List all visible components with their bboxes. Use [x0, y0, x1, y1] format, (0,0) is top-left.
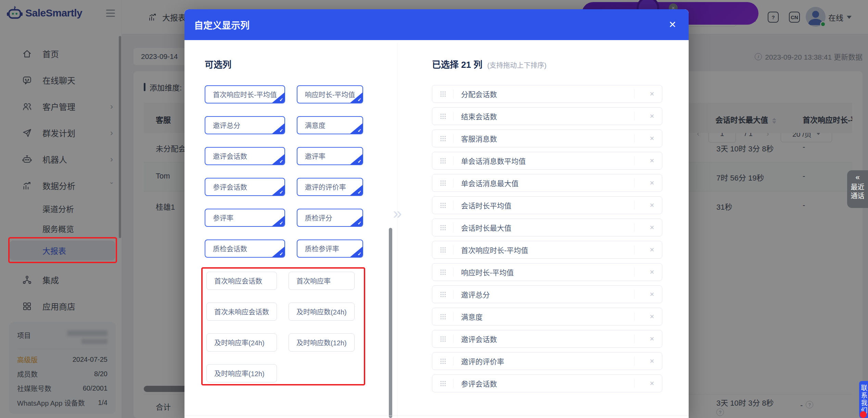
selected-column-row: 满意度 ✕ — [432, 308, 662, 325]
selected-columns-hint: (支持拖动上下排序) — [487, 60, 546, 70]
selected-column-row: 首次响应时长-平均值 ✕ — [432, 241, 662, 259]
divider — [453, 179, 454, 187]
check-icon: ✓ — [358, 97, 362, 102]
column-option-unchecked[interactable]: 首次响应率 — [289, 272, 355, 290]
drag-handle-icon[interactable] — [441, 270, 446, 275]
divider — [453, 357, 454, 366]
customize-columns-modal: 自定义显示列 ✕ 可选列 首次响应时长-平均值 ✓ 响应时长-平均值 ✓ — [184, 9, 689, 418]
selected-columns-list: 分配会话数 ✕ 结束会话数 ✕ — [432, 85, 662, 397]
remove-column-icon[interactable]: ✕ — [642, 291, 662, 298]
modal-title: 自定义显示列 — [194, 18, 250, 32]
drag-handle-icon[interactable] — [441, 225, 446, 230]
selected-column-row: 分配会话数 ✕ — [432, 85, 662, 103]
drag-handle-icon[interactable] — [441, 336, 446, 342]
column-option-unchecked[interactable]: 首次响应会话数 — [206, 272, 277, 290]
remove-column-icon[interactable]: ✕ — [642, 202, 662, 209]
column-option-checked[interactable]: 参评率 ✓ — [205, 209, 285, 227]
selected-column-row: 邀评会话数 ✕ — [432, 330, 662, 348]
remove-column-icon[interactable]: ✕ — [642, 157, 662, 164]
drag-handle-icon[interactable] — [441, 181, 446, 186]
divider — [634, 245, 635, 254]
selected-column-label: 客服消息数 — [461, 133, 627, 144]
column-option-checked[interactable]: 邀评会话数 ✓ — [205, 147, 285, 165]
selected-column-label: 会话时长平均值 — [461, 200, 627, 210]
remove-column-icon[interactable]: ✕ — [642, 269, 662, 276]
divider — [634, 312, 635, 321]
recent-calls-tab[interactable]: « 最近通话 — [847, 170, 868, 208]
selected-column-label: 首次响应时长-平均值 — [461, 245, 627, 255]
drag-handle-icon[interactable] — [441, 381, 446, 386]
available-columns-header: 可选列 — [205, 58, 231, 70]
drag-handle-icon[interactable] — [441, 158, 446, 163]
remove-column-icon[interactable]: ✕ — [642, 224, 662, 231]
column-option-unchecked[interactable]: 及时响应数(12h) — [289, 333, 355, 352]
column-option-unchecked[interactable]: 及时响应率(12h) — [206, 364, 277, 382]
divider — [634, 334, 635, 343]
divider — [634, 179, 635, 187]
check-icon: ✓ — [358, 220, 362, 226]
column-option-unchecked[interactable]: 及时响应率(24h) — [206, 333, 277, 352]
collapse-panel-icon[interactable]: » — [388, 204, 407, 222]
left-panel-scrollbar[interactable] — [389, 228, 392, 418]
divider — [453, 223, 454, 232]
drag-handle-icon[interactable] — [441, 203, 446, 208]
column-option-checked[interactable]: 参评会话数 ✓ — [205, 178, 285, 196]
selected-column-label: 参评会话数 — [461, 378, 627, 389]
column-option-checked[interactable]: 邀评率 ✓ — [297, 147, 363, 165]
column-option-checked[interactable]: 质检评分 ✓ — [297, 209, 363, 227]
divider — [634, 112, 635, 121]
drag-handle-icon[interactable] — [441, 314, 446, 319]
divider — [453, 89, 454, 98]
column-option-checked[interactable]: 邀评总分 ✓ — [205, 116, 285, 134]
selected-column-row: 会话时长平均值 ✕ — [432, 196, 662, 214]
drag-handle-icon[interactable] — [441, 114, 446, 119]
column-option-checked[interactable]: 质检会话数 ✓ — [205, 239, 285, 258]
remove-column-icon[interactable]: ✕ — [642, 180, 662, 187]
panel-divider — [397, 44, 397, 418]
selected-column-label: 邀评的评价率 — [461, 356, 627, 366]
divider — [453, 134, 454, 143]
column-option-checked[interactable]: 满意度 ✓ — [297, 116, 363, 134]
column-option-checked[interactable]: 质检参评率 ✓ — [297, 239, 363, 258]
remove-column-icon[interactable]: ✕ — [642, 135, 662, 142]
drag-handle-icon[interactable] — [441, 136, 446, 141]
check-icon: ✓ — [358, 128, 362, 133]
column-option-unchecked[interactable]: 首次未响应会话数 — [206, 303, 277, 321]
column-option-checked[interactable]: 邀评的评价率 ✓ — [297, 178, 363, 196]
remove-column-icon[interactable]: ✕ — [642, 358, 662, 365]
remove-column-icon[interactable]: ✕ — [642, 380, 662, 387]
selected-column-row: 会话时长最大值 ✕ — [432, 219, 662, 236]
selected-column-label: 邀评会话数 — [461, 334, 627, 344]
drag-handle-icon[interactable] — [441, 292, 446, 297]
remove-column-icon[interactable]: ✕ — [642, 113, 662, 120]
check-icon: ✓ — [279, 189, 283, 195]
selected-column-row: 客服消息数 ✕ — [432, 130, 662, 147]
selected-column-label: 满意度 — [461, 311, 627, 322]
app-window: SaleSmartly 首页 在线聊天 客户管理 › 群发计划 › — [0, 0, 868, 418]
available-unchecked-group: 首次响应会话数 首次响应率 首次未响应会话数 及时响应数(24h) 及时响应率(… — [206, 272, 355, 382]
column-option-unchecked[interactable]: 及时响应数(24h) — [289, 303, 355, 321]
recent-calls-label: 最近通话 — [850, 183, 865, 200]
drag-handle-icon[interactable] — [441, 91, 446, 97]
column-option-checked[interactable]: 首次响应时长-平均值 ✓ — [205, 85, 285, 103]
column-option-checked[interactable]: 响应时长-平均值 ✓ — [297, 85, 363, 103]
divider — [634, 201, 635, 210]
modal-footer-divider — [184, 416, 689, 416]
check-icon: ✓ — [279, 159, 283, 164]
remove-column-icon[interactable]: ✕ — [642, 335, 662, 343]
divider — [634, 223, 635, 232]
remove-column-icon[interactable]: ✕ — [642, 246, 662, 254]
selected-column-row: 响应时长-平均值 ✕ — [432, 263, 662, 281]
drag-handle-icon[interactable] — [441, 359, 446, 364]
notification-dot — [860, 411, 867, 418]
collapse-left-icon: « — [847, 173, 868, 182]
selected-column-label: 会话时长最大值 — [461, 222, 627, 233]
close-icon[interactable]: ✕ — [668, 20, 676, 29]
check-icon: ✓ — [279, 128, 283, 133]
remove-column-icon[interactable]: ✕ — [642, 90, 662, 98]
modal-header: 自定义显示列 ✕ — [184, 9, 689, 40]
remove-column-icon[interactable]: ✕ — [642, 313, 662, 320]
drag-handle-icon[interactable] — [441, 247, 446, 253]
selected-column-label: 单会话消息最大值 — [461, 178, 627, 188]
selected-column-label: 邀评总分 — [461, 289, 627, 299]
